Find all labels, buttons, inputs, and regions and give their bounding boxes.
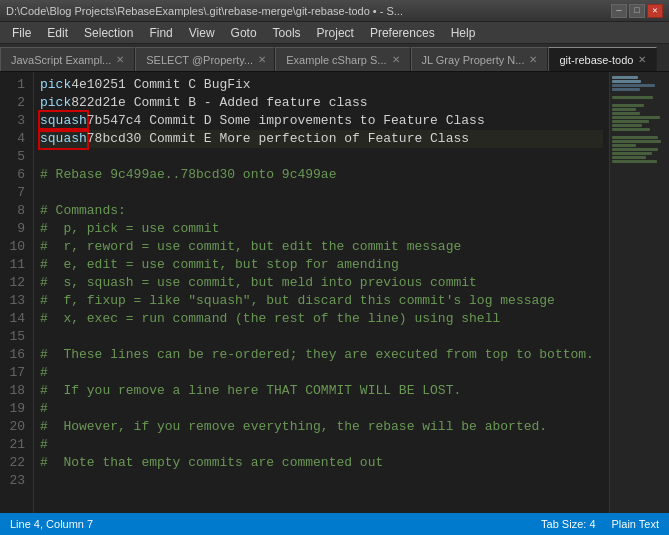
line-num-21: 21 <box>6 436 25 454</box>
line-num-5: 5 <box>6 148 25 166</box>
tab-0[interactable]: JavaScript Exampl...✕ <box>0 47 135 71</box>
tab-1[interactable]: SELECT @Property...✕ <box>135 47 275 71</box>
code-line-4: squash 78bcd30 Commit E More perfection … <box>40 130 603 148</box>
line-num-23: 23 <box>6 472 25 490</box>
comment-text: # However, if you remove everything, the… <box>40 418 547 436</box>
menu-item-file[interactable]: File <box>4 22 39 43</box>
keyword-pick: pick <box>40 76 71 94</box>
code-line-23 <box>40 472 603 490</box>
menu-item-goto[interactable]: Goto <box>223 22 265 43</box>
tab-close-icon[interactable]: ✕ <box>116 54 124 65</box>
comment-text: # Rebase 9c499ae..78bcd30 onto 9c499ae <box>40 166 336 184</box>
comment-text: # r, reword = use commit, but edit the c… <box>40 238 461 256</box>
title-text: D:\Code\Blog Projects\RebaseExamples\.gi… <box>6 5 605 17</box>
comment-text: # <box>40 436 48 454</box>
mini-line-11 <box>612 116 660 119</box>
comment-text: # <box>40 364 48 382</box>
line-num-6: 6 <box>6 166 25 184</box>
tab-label: JavaScript Exampl... <box>11 54 111 66</box>
status-right: Tab Size: 4 Plain Text <box>541 518 659 530</box>
mini-line-8 <box>612 104 644 107</box>
code-line-3: squash 7b547c4 Commit D Some improvement… <box>40 112 603 130</box>
menu-item-project[interactable]: Project <box>309 22 362 43</box>
comment-text: # e, edit = use commit, but stop for ame… <box>40 256 399 274</box>
line-num-22: 22 <box>6 454 25 472</box>
mini-line-12 <box>612 120 649 123</box>
menu-item-find[interactable]: Find <box>141 22 180 43</box>
line-num-12: 12 <box>6 274 25 292</box>
menu-item-view[interactable]: View <box>181 22 223 43</box>
tabs-bar: JavaScript Exampl...✕SELECT @Property...… <box>0 44 669 72</box>
comment-text: # Note that empty commits are commented … <box>40 454 383 472</box>
tab-2[interactable]: Example cSharp S...✕ <box>275 47 410 71</box>
tab-label: Example cSharp S... <box>286 54 386 66</box>
keyword-pick: pick <box>40 94 71 112</box>
title-bar: D:\Code\Blog Projects\RebaseExamples\.gi… <box>0 0 669 22</box>
code-area[interactable]: pick 4e10251 Commit C BugFixpick 822d21e… <box>34 72 609 513</box>
code-line-11: # e, edit = use commit, but stop for ame… <box>40 256 603 274</box>
menu-item-selection[interactable]: Selection <box>76 22 141 43</box>
line-num-16: 16 <box>6 346 25 364</box>
editor-container: 1234567891011121314151617181920212223 pi… <box>0 72 669 513</box>
line-numbers: 1234567891011121314151617181920212223 <box>0 72 34 513</box>
code-line-21: # <box>40 436 603 454</box>
code-line-6: # Rebase 9c499ae..78bcd30 onto 9c499ae <box>40 166 603 184</box>
line-num-14: 14 <box>6 310 25 328</box>
line-num-9: 9 <box>6 220 25 238</box>
code-line-12: # s, squash = use commit, but meld into … <box>40 274 603 292</box>
cursor-position: Line 4, Column 7 <box>10 518 93 530</box>
mini-line-16 <box>612 136 658 139</box>
line-num-8: 8 <box>6 202 25 220</box>
line-num-11: 11 <box>6 256 25 274</box>
code-line-5 <box>40 148 603 166</box>
menu-bar: FileEditSelectionFindViewGotoToolsProjec… <box>0 22 669 44</box>
line-num-18: 18 <box>6 382 25 400</box>
mini-line-22 <box>612 160 657 163</box>
minimize-button[interactable]: — <box>611 4 627 18</box>
code-line-10: # r, reword = use commit, but edit the c… <box>40 238 603 256</box>
comment-text: # s, squash = use commit, but meld into … <box>40 274 477 292</box>
mini-line-21 <box>612 156 646 159</box>
tab-close-icon[interactable]: ✕ <box>529 54 537 65</box>
keyword-squash-active: squash <box>40 130 87 148</box>
tab-3[interactable]: JL Gray Property N...✕ <box>411 47 549 71</box>
menu-item-help[interactable]: Help <box>443 22 484 43</box>
mini-line-4 <box>612 88 640 91</box>
code-line-18: # If you remove a line here THAT COMMIT … <box>40 382 603 400</box>
mini-line-20 <box>612 152 652 155</box>
line-num-10: 10 <box>6 238 25 256</box>
tab-close-icon[interactable]: ✕ <box>258 54 266 65</box>
code-line-17: # <box>40 364 603 382</box>
mini-line-3 <box>612 84 655 87</box>
mini-line-14 <box>612 128 650 131</box>
line-num-13: 13 <box>6 292 25 310</box>
maximize-button[interactable]: □ <box>629 4 645 18</box>
comment-text: # If you remove a line here THAT COMMIT … <box>40 382 461 400</box>
menu-item-tools[interactable]: Tools <box>265 22 309 43</box>
mini-line-18 <box>612 144 636 147</box>
mini-line-9 <box>612 108 636 111</box>
code-line-2: pick 822d21e Commit B - Added feature cl… <box>40 94 603 112</box>
code-line-13: # f, fixup = like "squash", but discard … <box>40 292 603 310</box>
comment-text: # f, fixup = like "squash", but discard … <box>40 292 555 310</box>
line-num-20: 20 <box>6 418 25 436</box>
title-controls: — □ ✕ <box>611 4 663 18</box>
code-line-7 <box>40 184 603 202</box>
line-num-1: 1 <box>6 76 25 94</box>
code-line-19: # <box>40 400 603 418</box>
tab-size[interactable]: Tab Size: 4 <box>541 518 595 530</box>
line-num-17: 17 <box>6 364 25 382</box>
language-mode[interactable]: Plain Text <box>612 518 660 530</box>
tab-close-icon[interactable]: ✕ <box>638 54 646 65</box>
line-num-7: 7 <box>6 184 25 202</box>
close-button[interactable]: ✕ <box>647 4 663 18</box>
menu-item-edit[interactable]: Edit <box>39 22 76 43</box>
tab-4[interactable]: git-rebase-todo✕ <box>548 47 657 71</box>
comment-text: # These lines can be re-ordered; they ar… <box>40 346 594 364</box>
menu-item-preferences[interactable]: Preferences <box>362 22 443 43</box>
code-line-9: # p, pick = use commit <box>40 220 603 238</box>
code-line-15 <box>40 328 603 346</box>
mini-line-10 <box>612 112 640 115</box>
tab-close-icon[interactable]: ✕ <box>392 54 400 65</box>
mini-line-2 <box>612 80 641 83</box>
